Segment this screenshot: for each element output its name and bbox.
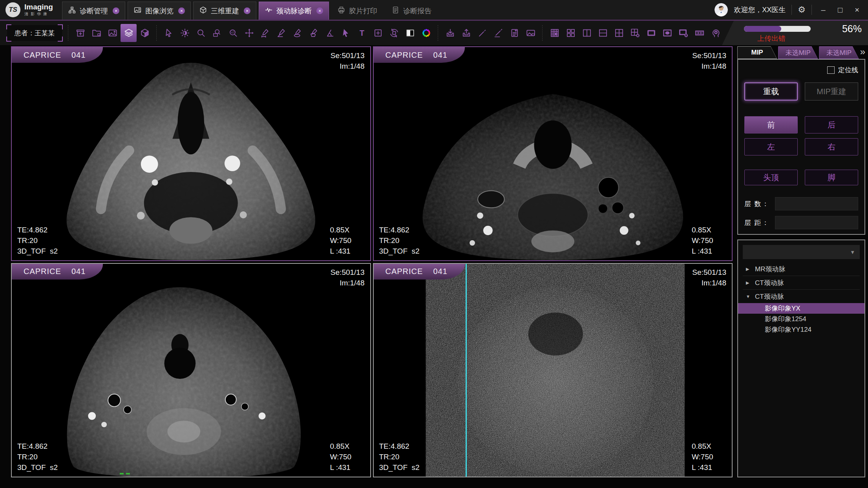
measure-ellipse-icon[interactable]	[289, 24, 305, 42]
tree-node-1[interactable]: ▶CT颈动脉	[743, 276, 860, 290]
layers-icon[interactable]	[121, 24, 137, 42]
nav-tab-1[interactable]: 图像浏览×	[128, 2, 191, 20]
nav-tab-3[interactable]: 颈动脉诊断×	[259, 2, 329, 20]
tree-leaf-2-2[interactable]: 影像印象YY124	[743, 324, 860, 335]
image-upload-icon[interactable]	[523, 24, 539, 42]
toolbar-divider	[156, 25, 157, 41]
nav-tab-label: 三维重建	[211, 6, 239, 16]
grid-close-icon[interactable]	[627, 24, 643, 42]
direction-button-5[interactable]: 脚	[805, 170, 858, 185]
zoom-icon[interactable]	[193, 24, 209, 42]
download-icon[interactable]	[442, 24, 458, 42]
region-zoom-icon[interactable]	[209, 24, 225, 42]
printer-icon	[337, 6, 345, 16]
panel-tabs: MIP未选MIP未选MIP»	[737, 46, 865, 59]
tree-leaf-2-0[interactable]: 影像印象YX	[738, 303, 864, 314]
mip-rebuild-button[interactable]: MIP重建	[805, 82, 858, 101]
direction-button-2[interactable]: 左	[744, 138, 798, 155]
tree-leaf-2-1[interactable]: 影像印象1254	[743, 314, 860, 324]
nav-tab-0[interactable]: 诊断管理×	[62, 2, 125, 20]
gear-icon[interactable]: ⚙	[798, 5, 806, 15]
direction-button-3[interactable]: 右	[805, 138, 858, 155]
cube3d-icon[interactable]	[137, 24, 153, 42]
zoom-2x-icon[interactable]: x2	[225, 24, 241, 42]
viewport-4[interactable]: CAPRICE 041 Se:501/13Im:1/48 TE:4.862TR:…	[373, 263, 733, 478]
text-icon[interactable]: T	[354, 24, 370, 42]
pan-icon[interactable]	[241, 24, 257, 42]
tab-close-icon[interactable]: ×	[178, 7, 185, 14]
minimize-button[interactable]: –	[818, 5, 829, 15]
nav-tab-5[interactable]: 诊断报告	[386, 2, 437, 20]
split-horizontal-icon[interactable]	[595, 24, 611, 42]
avatar[interactable]	[715, 3, 728, 16]
focus-corner	[6, 24, 11, 29]
rect-close-icon[interactable]	[675, 24, 691, 42]
protractor-icon[interactable]	[322, 24, 338, 42]
rotate-icon[interactable]	[386, 24, 402, 42]
measure-angle-icon[interactable]	[273, 24, 289, 42]
layer-fields: 层 数：层 距：	[744, 197, 858, 229]
pointer-icon[interactable]	[338, 24, 354, 42]
title-bar: TS Imaging 清影华康 诊断管理×图像浏览×三维重建×颈动脉诊断×胶片打…	[0, 0, 868, 21]
film-strip-icon[interactable]	[691, 24, 707, 42]
note-add-icon[interactable]	[370, 24, 386, 42]
tab-close-icon[interactable]: ×	[113, 7, 119, 14]
focus-corner	[6, 37, 11, 42]
measure-polygon-icon[interactable]	[305, 24, 322, 42]
localizer-checkbox[interactable]	[827, 66, 835, 74]
maximize-button[interactable]: □	[835, 5, 846, 15]
panel-tab-0[interactable]: MIP	[737, 46, 777, 59]
chevron-collapsed-icon[interactable]: ▶	[746, 267, 751, 272]
ellipse-shape-icon[interactable]	[659, 24, 675, 42]
direction-button-4[interactable]: 头顶	[744, 170, 798, 185]
cursor-icon[interactable]	[161, 24, 177, 42]
chevron-expanded-icon[interactable]: ▼	[746, 294, 751, 299]
field-input-0[interactable]	[775, 197, 858, 210]
grid-layout-icon[interactable]	[546, 24, 563, 42]
chevron-collapsed-icon[interactable]: ▶	[746, 280, 751, 285]
nav-tab-2[interactable]: 三维重建×	[193, 2, 256, 20]
panel-tab-1[interactable]: 未选MIP	[778, 46, 818, 59]
picture-icon	[133, 6, 142, 16]
overlay-series-info: Se:501/13Im:1/48	[331, 267, 365, 288]
panel-tab-2[interactable]: 未选MIP	[819, 46, 859, 59]
panel-more-icon[interactable]: »	[860, 48, 865, 56]
rect-shape-icon[interactable]	[643, 24, 659, 42]
measure-line-icon[interactable]	[257, 24, 273, 42]
color-wheel-icon[interactable]	[418, 24, 434, 42]
viewport-2[interactable]: CAPRICE 041 Se:501/13Im:1/48 TE:4.862TR:…	[373, 46, 733, 261]
tab-close-icon[interactable]: ×	[316, 7, 323, 14]
direction-button-0[interactable]: 前	[744, 116, 798, 133]
localizer-line[interactable]	[466, 264, 467, 477]
grid-2x2-icon[interactable]	[611, 24, 627, 42]
tab-close-icon[interactable]: ×	[244, 7, 250, 14]
tree-node-2[interactable]: ▼CT颈动脉	[743, 290, 860, 303]
brush-line-icon[interactable]	[490, 24, 506, 42]
invert-icon[interactable]	[402, 24, 418, 42]
quad-layout-icon[interactable]	[563, 24, 579, 42]
nav-tab-4[interactable]: 胶片打印	[331, 2, 383, 20]
direction-button-1[interactable]: 后	[805, 116, 858, 133]
mri-image-3	[12, 264, 370, 477]
series-tree-box: ▼ ▶MR颈动脉▶CT颈动脉▼CT颈动脉影像印象YX影像印象1254影像印象YY…	[737, 239, 865, 477]
viewport-3[interactable]: CAPRICE 041 Se:501/13Im:1/48 TE:4.862TR:…	[11, 263, 371, 478]
welcome-text: 欢迎您，XX医生	[734, 5, 786, 15]
series-dropdown[interactable]: ▼	[743, 245, 860, 259]
split-vertical-icon[interactable]	[579, 24, 595, 42]
archive-add-icon[interactable]	[72, 24, 88, 42]
folder-add-icon[interactable]	[88, 24, 104, 42]
field-input-1[interactable]	[775, 216, 858, 229]
divider	[791, 5, 792, 15]
image-icon[interactable]	[104, 24, 121, 42]
ai-head-icon[interactable]	[707, 24, 724, 42]
close-button[interactable]: ×	[852, 5, 863, 15]
overlay-window-info: 0.85XW:750L :431	[330, 441, 363, 473]
viewport-1[interactable]: CAPRICE 041 Se:501/13Im:1/48 TE:4.862TR:…	[11, 46, 371, 261]
tree-node-0[interactable]: ▶MR颈动脉	[743, 262, 860, 276]
brush-icon[interactable]	[474, 24, 490, 42]
doc-add-icon[interactable]	[506, 24, 523, 42]
reload-button[interactable]: 重载	[744, 82, 798, 101]
upload-icon[interactable]	[458, 24, 474, 42]
brightness-icon[interactable]	[177, 24, 193, 42]
patient-field[interactable]: 患者：王某某	[7, 25, 62, 41]
